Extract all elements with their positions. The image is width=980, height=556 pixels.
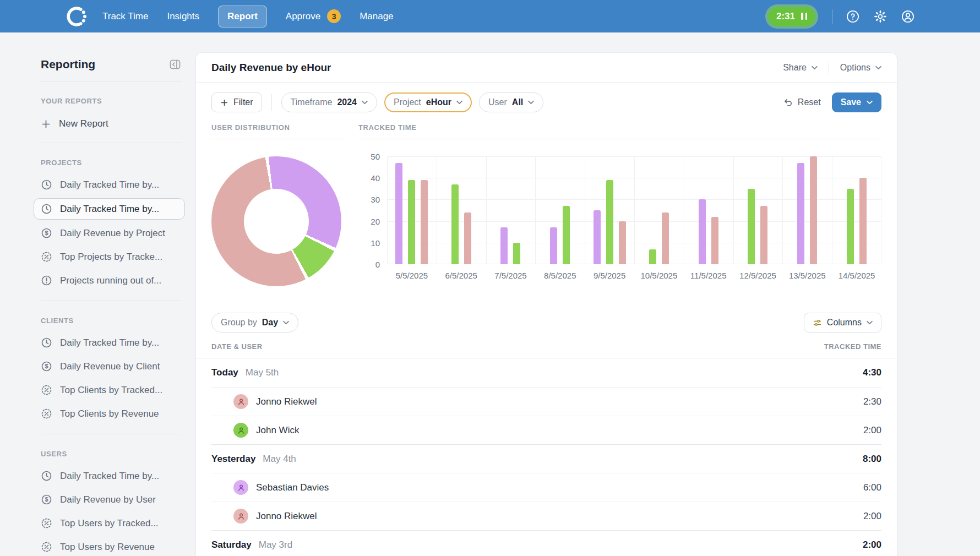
settings-gear-icon[interactable]	[873, 9, 888, 24]
nav-item-report[interactable]: Report	[218, 6, 267, 28]
table-group-row-today[interactable]: TodayMay 5th4:30	[211, 358, 881, 387]
table-user-row[interactable]: Sebastian Davies6:00	[211, 473, 881, 502]
help-icon[interactable]	[846, 9, 860, 24]
bar-pink-user[interactable]	[619, 221, 626, 264]
sidebar-item-daily-revenue-by-client[interactable]: $Daily Revenue by Client	[41, 361, 182, 372]
options-button[interactable]: Options	[840, 63, 881, 73]
filter-divider	[271, 94, 272, 111]
bar-purple-user[interactable]	[797, 163, 804, 264]
header-divider	[829, 61, 829, 74]
plus-icon	[41, 119, 51, 129]
bar-purple-user[interactable]	[395, 163, 402, 264]
bar-pink-user[interactable]	[859, 178, 867, 264]
y-axis-tick-label: 0	[358, 260, 380, 269]
running-timer-pill[interactable]: 2:31	[768, 7, 815, 26]
bar-pink-user[interactable]	[760, 206, 767, 264]
bar-pink-user[interactable]	[711, 217, 718, 264]
table-group-row-yesterday[interactable]: YesterdayMay 4th8:00	[211, 444, 881, 473]
bar-purple-user[interactable]	[500, 227, 508, 264]
sidebar-item-top-clients-by-tracked[interactable]: Top Clients by Tracked...	[41, 384, 182, 396]
main-nav-menu: Track TimeInsightsReportApprove3Manage	[102, 6, 394, 28]
bar-green-user[interactable]	[748, 189, 755, 264]
nav-item-label: Report	[227, 11, 258, 22]
sidebar-item-daily-tracked-time-by[interactable]: Daily Tracked Time by...	[41, 470, 182, 482]
sidebar-item-label: Daily Revenue by Client	[60, 361, 160, 372]
project-filter-pill[interactable]: Project eHour	[384, 92, 472, 112]
sidebar-item-label: Daily Tracked Time by...	[60, 337, 159, 348]
save-button[interactable]: Save	[832, 92, 881, 112]
person-icon	[237, 426, 246, 435]
sidebar-item-daily-tracked-time-by[interactable]: Daily Tracked Time by...	[34, 198, 185, 220]
section-header-clients: CLIENTS	[41, 317, 182, 325]
undo-icon	[783, 98, 793, 107]
bar-pink-user[interactable]	[662, 212, 669, 264]
bar-group-5-5-2025	[387, 156, 437, 264]
user-distribution-panel: USER DISTRIBUTION	[211, 123, 345, 286]
sidebar-item-top-users-by-tracked[interactable]: Top Users by Tracked...	[41, 517, 182, 529]
bar-green-user[interactable]	[847, 189, 854, 264]
add-filter-button[interactable]: Filter	[211, 92, 262, 112]
report-card: Daily Revenue by eHour Share Options Fil…	[195, 52, 897, 556]
sidebar-item-projects-running-out-of[interactable]: Projects running out of...	[41, 275, 182, 286]
timeframe-filter-pill[interactable]: Timeframe 2024	[281, 92, 377, 112]
sidebar-item-label: Top Users by Revenue	[60, 542, 155, 553]
sidebar-item-top-clients-by-revenue[interactable]: Top Clients by Revenue	[41, 408, 182, 419]
reset-button[interactable]: Reset	[783, 97, 821, 107]
sidebar-item-top-projects-by-tracke[interactable]: Top Projects by Tracke...	[41, 251, 182, 263]
table-user-row[interactable]: John Wick2:00	[211, 416, 881, 444]
table-header-row: DATE & USER TRACKED TIME	[196, 342, 897, 358]
avatar	[233, 394, 248, 409]
bar-green-user[interactable]	[563, 206, 570, 264]
bar-pink-user[interactable]	[810, 156, 817, 264]
bar-group-7-5-2025	[486, 156, 536, 264]
group-by-pill[interactable]: Group by Day	[211, 313, 298, 332]
bar-green-user[interactable]	[408, 180, 415, 264]
bar-green-user[interactable]	[513, 243, 520, 264]
bar-green-user[interactable]	[649, 249, 656, 264]
columns-button[interactable]: Columns	[804, 313, 881, 332]
table-user-row[interactable]: Jonno Riekwel2:00	[211, 502, 881, 530]
chevron-down-icon	[867, 100, 873, 105]
col-date-user: DATE & USER	[211, 342, 263, 351]
chevron-down-icon	[875, 66, 881, 70]
sidebar-item-daily-tracked-time-by[interactable]: Daily Tracked Time by...	[41, 179, 182, 190]
bar-green-user[interactable]	[606, 180, 613, 264]
user-name: Jonno Riekwel	[256, 396, 317, 407]
user-distribution-title: USER DISTRIBUTION	[211, 123, 345, 139]
nav-item-insights[interactable]: Insights	[167, 11, 199, 22]
bar-green-user[interactable]	[451, 184, 459, 264]
pause-icon[interactable]	[801, 13, 807, 20]
bar-purple-user[interactable]	[594, 210, 601, 264]
sidebar-item-daily-revenue-by-project[interactable]: $Daily Revenue by Project	[41, 227, 182, 239]
collapse-sidebar-icon[interactable]	[168, 58, 182, 71]
nav-item-manage[interactable]: Manage	[360, 11, 393, 22]
sidebar-item-top-users-by-revenue[interactable]: Top Users by Revenue	[41, 541, 182, 553]
sidebar-item-daily-tracked-time-by[interactable]: Daily Tracked Time by...	[41, 337, 182, 348]
bar-group-11-5-2025	[684, 156, 733, 264]
user-filter-pill[interactable]: User All	[479, 92, 543, 112]
sidebar-item-daily-revenue-by-user[interactable]: $Daily Revenue by User	[41, 494, 182, 505]
bar-pink-user[interactable]	[421, 180, 428, 264]
tracked-time-bar-chart[interactable]: 01020304050	[387, 156, 881, 264]
dollar-icon: $	[41, 227, 52, 239]
share-button[interactable]: Share	[783, 63, 818, 73]
app-logo-icon[interactable]	[65, 5, 88, 28]
sidebar-item-label: Top Clients by Tracked...	[60, 385, 162, 396]
sidebar-sections: PROJECTSDaily Tracked Time by...Daily Tr…	[41, 159, 182, 553]
sidebar-item-label: Top Clients by Revenue	[60, 408, 159, 419]
sidebar-divider	[41, 434, 182, 434]
table-user-row[interactable]: Jonno Riekwel2:30	[211, 387, 881, 416]
bar-pink-user[interactable]	[464, 212, 471, 264]
nav-item-track-time[interactable]: Track Time	[102, 11, 148, 22]
nav-item-label: Manage	[360, 11, 393, 22]
new-report-button[interactable]: New Report	[41, 118, 182, 129]
user-distribution-donut-chart[interactable]	[211, 156, 341, 286]
nav-item-approve[interactable]: Approve3	[286, 9, 341, 23]
bar-purple-user[interactable]	[550, 227, 557, 264]
dollar-icon: $	[41, 361, 52, 372]
section-header-users: USERS	[41, 450, 182, 458]
account-icon[interactable]	[901, 9, 915, 24]
bar-purple-user[interactable]	[699, 199, 706, 264]
group-tracked-time: 8:00	[863, 454, 881, 465]
table-group-row-saturday[interactable]: SaturdayMay 3rd2:00	[211, 530, 881, 556]
